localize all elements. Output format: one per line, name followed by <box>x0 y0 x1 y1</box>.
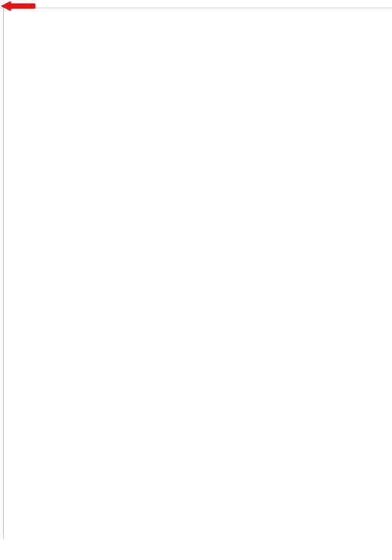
code-panel <box>3 8 392 539</box>
annotation-arrow-icon <box>0 0 36 12</box>
page-title <box>0 0 392 8</box>
